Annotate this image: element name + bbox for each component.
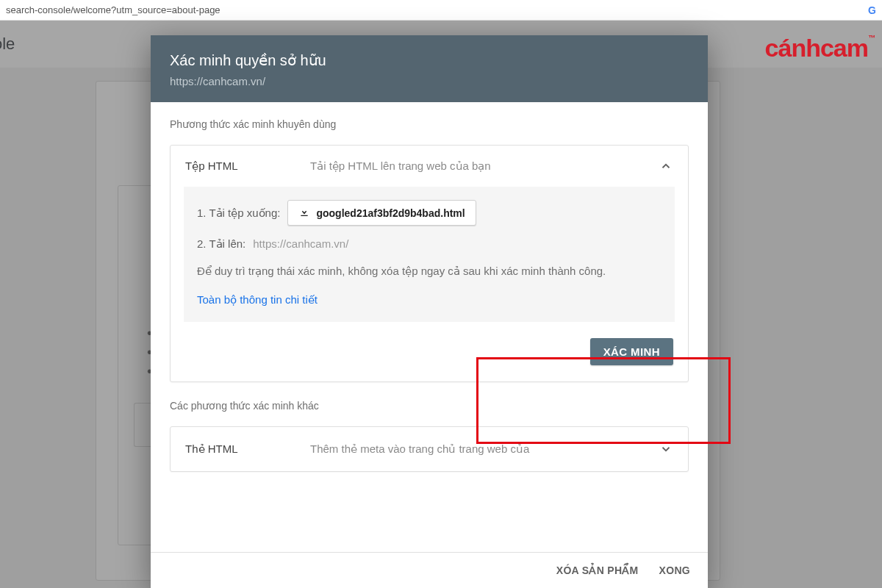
dialog-header: Xác minh quyền sở hữu https://canhcam.vn… — [151, 35, 708, 102]
address-url[interactable]: search-console/welcome?utm_source=about-… — [6, 4, 220, 15]
method-html-file-desc: Tải tệp HTML lên trang web của bạn — [310, 159, 659, 173]
verify-button[interactable]: XÁC MINH — [590, 338, 673, 365]
brand-logo: cánhcam™ — [765, 34, 875, 62]
download-icon — [298, 206, 310, 220]
dialog-footer: XÓA SẢN PHẨM XONG — [151, 552, 708, 588]
dialog-body[interactable]: Phương thức xác minh khuyên dùng Tệp HTM… — [151, 102, 708, 552]
method-html-file-card: Tệp HTML Tải tệp HTML lên trang web của … — [170, 145, 689, 382]
download-file-name: googled21af3bf2d9b4bad.html — [316, 207, 465, 219]
method-html-file-body: 1. Tải tệp xuống: googled21af3bf2d9b4bad… — [184, 187, 675, 322]
browser-address-bar: search-console/welcome?utm_source=about-… — [0, 0, 882, 21]
download-file-button[interactable]: googled21af3bf2d9b4bad.html — [287, 200, 476, 226]
verify-button-row: XÁC MINH — [171, 322, 688, 381]
dialog-site-url: https://canhcam.vn/ — [170, 75, 689, 87]
method-html-tag-desc: Thêm thẻ meta vào trang chủ trang web củ… — [310, 442, 659, 456]
remove-product-button[interactable]: XÓA SẢN PHẨM — [556, 564, 639, 576]
chevron-down-icon — [659, 442, 673, 456]
method-html-tag-title: Thẻ HTML — [185, 442, 310, 456]
verification-note: Để duy trì trạng thái xác minh, không xó… — [197, 262, 662, 280]
upload-target-url: https://canhcam.vn/ — [253, 234, 348, 254]
google-logo-icon: G — [868, 4, 876, 16]
full-details-link[interactable]: Toàn bộ thông tin chi tiết — [197, 290, 318, 309]
method-html-file-header[interactable]: Tệp HTML Tải tệp HTML lên trang web của … — [171, 146, 688, 187]
step2-label: 2. Tải lên: — [197, 234, 245, 254]
step1-label: 1. Tải tệp xuống: — [197, 204, 280, 223]
method-html-tag-header[interactable]: Thẻ HTML Thêm thẻ meta vào trang chủ tra… — [171, 427, 688, 471]
chevron-up-icon — [659, 159, 673, 173]
dialog-title: Xác minh quyền sở hữu — [170, 51, 689, 69]
verify-ownership-dialog: Xác minh quyền sở hữu https://canhcam.vn… — [151, 35, 708, 588]
done-button[interactable]: XONG — [659, 564, 690, 576]
other-methods-label: Các phương thức xác minh khác — [170, 400, 689, 412]
method-html-tag-card: Thẻ HTML Thêm thẻ meta vào trang chủ tra… — [170, 426, 689, 472]
recommended-methods-label: Phương thức xác minh khuyên dùng — [170, 118, 689, 130]
method-html-file-title: Tệp HTML — [185, 159, 310, 173]
